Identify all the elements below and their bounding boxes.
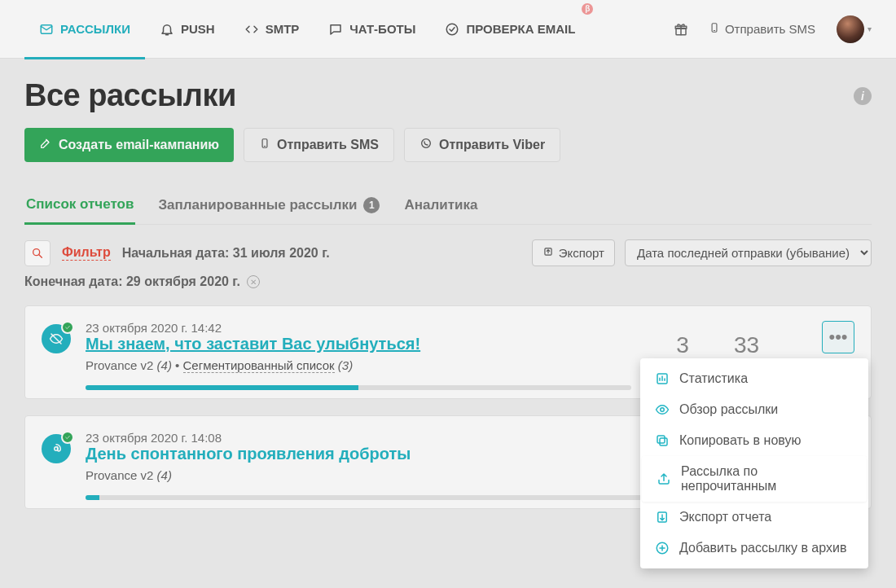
filter-row: Фильтр Начальная дата: 31 июля 2020 г. Э… xyxy=(24,239,872,266)
menu-label: Рассылка по непрочитанным xyxy=(681,464,852,494)
status-sent-icon xyxy=(61,321,74,334)
user-menu[interactable]: ▾ xyxy=(837,15,872,43)
tab-reports[interactable]: Список отчетов xyxy=(24,190,135,225)
segment-link[interactable]: Сегментированный список xyxy=(183,358,335,373)
send-viber-label: Отправить Viber xyxy=(439,138,545,152)
stat-open-cut: 33 xyxy=(734,332,807,358)
nav-label: ЧАТ-БОТЫ xyxy=(349,22,415,36)
campaign-type-icon xyxy=(42,324,71,353)
campaign-title-link[interactable]: День спонтанного проявления доброты xyxy=(86,445,411,463)
send-viber-button[interactable]: Отправить Viber xyxy=(404,128,560,162)
stats-icon xyxy=(655,371,670,386)
menu-label: Экспорт отчета xyxy=(679,510,771,524)
svg-point-6 xyxy=(422,139,431,148)
export-label: Экспорт xyxy=(559,246,604,260)
send-sms-top-button[interactable]: Отправить SMS xyxy=(697,22,827,36)
menu-copy[interactable]: Копировать в новую xyxy=(640,425,868,456)
campaign-meta: Provance v2 (4) • Сегментированный списо… xyxy=(86,358,631,372)
campaign-actions-menu: Статистика Обзор рассылки Копировать в н… xyxy=(640,358,868,568)
nav-label: РАССЫЛКИ xyxy=(60,22,130,36)
campaign-title-link[interactable]: Мы знаем, что заставит Вас улыбнуться! xyxy=(86,335,420,353)
menu-stats[interactable]: Статистика xyxy=(640,363,868,394)
menu-label: Добавить рассылку в архив xyxy=(679,541,846,555)
clear-end-date-button[interactable]: ✕ xyxy=(247,275,260,288)
page-title: Все рассылки xyxy=(24,78,236,113)
beta-badge: β xyxy=(582,3,593,15)
status-sent-icon xyxy=(61,431,74,444)
nav-push[interactable]: PUSH xyxy=(145,0,230,59)
avatar xyxy=(837,15,864,43)
compose-icon xyxy=(39,137,52,153)
tabs: Список отчетов Запланированные рассылки … xyxy=(24,190,872,225)
menu-label: Копировать в новую xyxy=(679,433,801,448)
create-campaign-button[interactable]: Создать email-кампанию xyxy=(24,128,234,162)
send-sms-label: Отправить SMS xyxy=(277,138,379,152)
tab-badge: 1 xyxy=(363,197,380,213)
top-nav: РАССЫЛКИ PUSH SMTP ЧАТ-БОТЫ ПРОВЕРКА EMA… xyxy=(0,0,896,59)
nav-label: ПРОВЕРКА EMAIL xyxy=(466,22,575,36)
campaign-progress xyxy=(86,385,631,390)
phone-icon xyxy=(709,22,720,36)
filter-end-date: Конечная дата: 29 октября 2020 г. xyxy=(24,274,240,289)
menu-label: Статистика xyxy=(679,371,748,386)
menu-resend-unread[interactable]: Рассылка по непрочитанным xyxy=(642,456,867,502)
export-button[interactable]: Экспорт xyxy=(532,239,615,266)
svg-point-11 xyxy=(661,408,665,412)
tab-scheduled[interactable]: Запланированные рассылки 1 xyxy=(156,190,381,224)
nav-label: PUSH xyxy=(181,22,215,36)
viber-icon xyxy=(419,137,433,153)
create-label: Создать email-кампанию xyxy=(59,138,219,152)
svg-rect-13 xyxy=(657,436,665,443)
code-icon xyxy=(244,22,259,37)
send-sms-top-label: Отправить SMS xyxy=(725,22,815,36)
tab-label: Аналитика xyxy=(404,197,477,213)
filter-toggle[interactable]: Фильтр xyxy=(62,245,111,261)
svg-point-1 xyxy=(447,24,459,35)
info-icon[interactable]: i xyxy=(854,87,872,105)
eye-icon xyxy=(655,402,670,417)
nav-chatbots[interactable]: ЧАТ-БОТЫ xyxy=(314,0,430,59)
filter-row-2: Конечная дата: 29 октября 2020 г. ✕ xyxy=(24,274,872,289)
resend-icon xyxy=(657,472,671,486)
chevron-down-icon: ▾ xyxy=(867,24,872,33)
campaign-date: 23 октября 2020 г. 14:42 xyxy=(86,321,631,335)
filter-start-date: Начальная дата: 31 июля 2020 г. xyxy=(122,246,330,261)
export-icon xyxy=(655,510,670,524)
filter-search-button[interactable] xyxy=(24,240,51,266)
nav-email-verify[interactable]: ПРОВЕРКА EMAIL β xyxy=(430,0,590,59)
gift-icon-button[interactable] xyxy=(665,22,697,37)
nav-smtp[interactable]: SMTP xyxy=(230,0,314,59)
menu-label: Обзор рассылки xyxy=(679,402,778,417)
tab-label: Список отчетов xyxy=(26,196,134,213)
mail-icon xyxy=(39,22,54,37)
phone-icon xyxy=(259,138,270,152)
archive-icon xyxy=(655,541,670,555)
menu-overview[interactable]: Обзор рассылки xyxy=(640,394,868,425)
copy-icon xyxy=(655,433,670,448)
chat-icon xyxy=(328,22,343,37)
check-circle-icon xyxy=(445,22,459,37)
svg-rect-12 xyxy=(660,438,667,445)
send-sms-button[interactable]: Отправить SMS xyxy=(244,128,394,162)
menu-archive[interactable]: Добавить рассылку в архив xyxy=(640,533,868,564)
action-row: Создать email-кампанию Отправить SMS Отп… xyxy=(24,128,872,162)
menu-export-report[interactable]: Экспорт отчета xyxy=(640,502,868,533)
tab-analytics[interactable]: Аналитика xyxy=(402,190,479,224)
sort-select[interactable]: Дата последней отправки (убывание) xyxy=(625,239,872,266)
export-icon xyxy=(542,246,554,260)
nav-mailings[interactable]: РАССЫЛКИ xyxy=(24,0,145,59)
campaign-more-button[interactable]: ••• xyxy=(822,321,854,353)
bell-icon xyxy=(160,22,174,37)
campaign-type-icon xyxy=(42,434,71,463)
tab-label: Запланированные рассылки xyxy=(158,197,357,213)
nav-label: SMTP xyxy=(266,22,300,36)
